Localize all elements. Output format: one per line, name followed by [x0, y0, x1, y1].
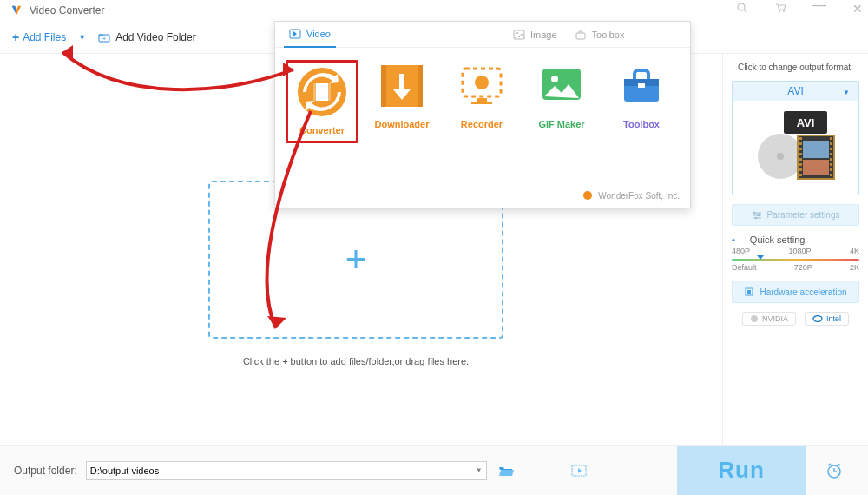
alarm-button[interactable]: [814, 446, 854, 496]
hw-label: Hardware acceleration: [760, 287, 846, 297]
add-plus-icon[interactable]: +: [345, 239, 367, 280]
folder-open-icon: [497, 464, 515, 478]
svg-point-35: [757, 214, 760, 216]
quick-setting-header: •— Quick setting: [732, 234, 859, 245]
sliders-icon: [752, 211, 762, 220]
svg-rect-13: [803, 141, 829, 158]
downloader-icon: [376, 60, 428, 112]
svg-rect-29: [830, 168, 832, 171]
svg-rect-65: [471, 102, 492, 104]
close-icon[interactable]: ✕: [852, 2, 863, 16]
panel-item-downloader[interactable]: Downloader: [365, 60, 438, 143]
svg-rect-52: [576, 33, 585, 39]
intel-chip[interactable]: Intel: [805, 312, 849, 326]
alarm-icon: [825, 461, 844, 480]
tab-image[interactable]: Image: [508, 30, 562, 40]
output-format-button[interactable]: AVI ▼ AVI: [732, 81, 859, 195]
svg-marker-49: [293, 31, 297, 36]
svg-point-67: [551, 76, 558, 82]
svg-rect-25: [830, 148, 832, 150]
annotation-arrow-1: [52, 43, 304, 122]
panel-item-label: Toolbox: [605, 119, 678, 129]
svg-line-46: [828, 464, 831, 465]
svg-rect-28: [830, 163, 832, 166]
open-folder-button[interactable]: [496, 461, 516, 480]
merge-icon: [570, 464, 588, 478]
panel-item-label: Recorder: [445, 119, 518, 129]
panel-footer: WonderFox Soft, Inc.: [582, 190, 680, 201]
nvidia-chip[interactable]: NVIDIA: [742, 312, 796, 326]
quality-slider[interactable]: [732, 259, 859, 261]
add-folder-label: Add Video Folder: [115, 31, 196, 43]
svg-point-40: [813, 316, 822, 322]
minimize-icon[interactable]: —: [812, 2, 826, 16]
mode-dropdown-panel: Video Image Toolbox Converter Downloader…: [274, 21, 691, 208]
panel-item-toolbox[interactable]: Toolbox: [605, 60, 678, 143]
search-icon[interactable]: [736, 2, 748, 16]
panel-item-converter[interactable]: Converter: [286, 60, 358, 143]
svg-rect-14: [803, 160, 829, 175]
sidebar: Click to change output format: AVI ▼ AVI: [722, 54, 868, 445]
svg-point-63: [475, 76, 489, 89]
svg-rect-56: [328, 83, 331, 101]
svg-rect-59: [418, 65, 423, 107]
svg-point-34: [753, 211, 755, 214]
add-files-button[interactable]: + Add Files: [12, 30, 66, 44]
merge-button[interactable]: [569, 461, 589, 480]
quality-marks-bottom: Default 720P 2K: [732, 263, 859, 272]
svg-point-39: [751, 315, 758, 322]
image-icon: [513, 30, 525, 40]
panel-item-label: GIF Maker: [525, 119, 598, 129]
svg-rect-58: [381, 65, 386, 107]
app-logo-icon: [10, 4, 23, 16]
add-files-dropdown-icon[interactable]: ▼: [78, 33, 86, 42]
svg-line-1: [744, 10, 746, 12]
titlebar: Video Converter — ✕: [0, 0, 868, 21]
parameter-label: Parameter settings: [767, 210, 840, 220]
svg-rect-26: [830, 153, 832, 155]
svg-rect-24: [830, 142, 832, 145]
chip-icon: [744, 287, 754, 297]
format-hint-label: Click to change output format:: [732, 63, 859, 72]
svg-text:+: +: [102, 35, 106, 41]
hardware-accel-button[interactable]: Hardware acceleration: [732, 280, 859, 303]
output-folder-label: Output folder:: [14, 465, 77, 477]
panel-body: Converter Downloader Recorder GIF Maker …: [275, 48, 690, 155]
add-files-label: Add Files: [23, 31, 66, 43]
fox-icon: [582, 190, 593, 201]
toolbox-icon: [575, 30, 587, 40]
add-folder-button[interactable]: + Add Video Folder: [98, 31, 196, 43]
svg-point-71: [583, 191, 592, 200]
svg-rect-64: [477, 98, 487, 102]
svg-rect-19: [799, 158, 802, 161]
svg-point-2: [779, 10, 780, 12]
output-path: D:\output videos: [90, 465, 160, 476]
panel-item-label: Converter: [290, 125, 354, 135]
output-folder-input[interactable]: D:\output videos ▼: [86, 461, 487, 480]
cart-icon[interactable]: [774, 2, 786, 16]
window-buttons: — ✕: [736, 2, 863, 16]
svg-rect-70: [638, 83, 645, 88]
panel-tabs: Video Image Toolbox: [275, 22, 690, 48]
svg-marker-42: [578, 468, 582, 473]
recorder-icon: [456, 60, 508, 112]
tab-toolbox[interactable]: Toolbox: [569, 30, 630, 40]
svg-rect-27: [830, 158, 832, 161]
svg-point-36: [754, 216, 757, 219]
bottom-bar: Output folder: D:\output videos ▼ Run: [0, 445, 868, 495]
panel-item-recorder[interactable]: Recorder: [445, 60, 518, 143]
tab-video[interactable]: Video: [284, 22, 336, 48]
app-title: Video Converter: [30, 4, 105, 16]
chevron-down-icon[interactable]: ▼: [476, 466, 483, 474]
panel-item-gif[interactable]: GIF Maker: [525, 60, 598, 143]
svg-rect-15: [799, 137, 802, 140]
nvidia-icon: [750, 314, 759, 323]
parameter-settings-button[interactable]: Parameter settings: [732, 204, 859, 226]
run-label: Run: [718, 457, 765, 484]
format-thumbnail: AVI: [733, 101, 858, 195]
format-name: AVI: [787, 85, 803, 97]
svg-line-47: [838, 464, 840, 465]
quality-marks-top: 480P 1080P 4K: [732, 247, 859, 255]
svg-rect-23: [830, 137, 832, 140]
run-button[interactable]: Run: [677, 446, 806, 496]
